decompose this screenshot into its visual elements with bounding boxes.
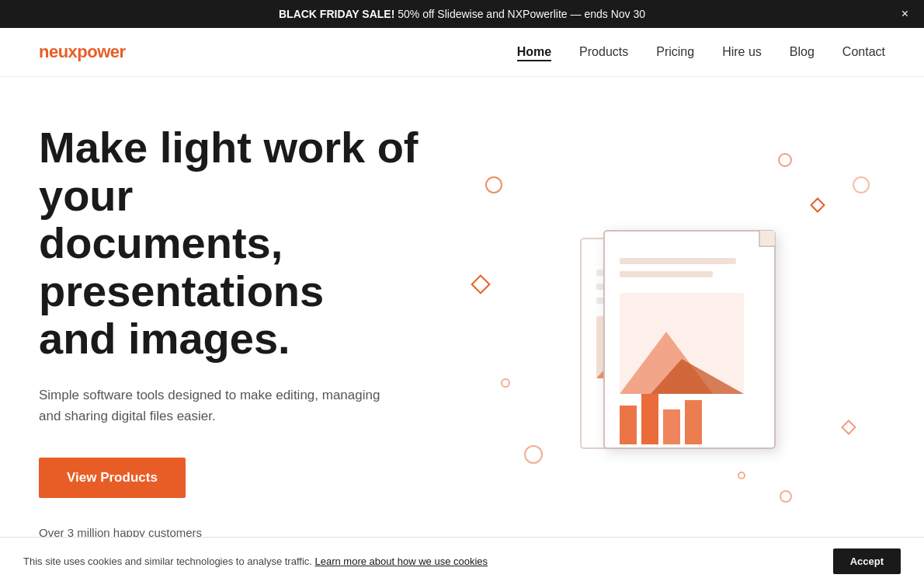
nav-menu: Home Products Pricing Hire us Blog Conta…: [517, 45, 885, 59]
hero-text-block: Make light work of your documents, prese…: [39, 124, 462, 539]
deco-circle-2: [778, 153, 792, 167]
documents-svg: [526, 176, 822, 487]
banner-sale-text: BLACK FRIDAY SALE!: [279, 8, 394, 20]
hero-title-line1: Make light work of your: [39, 123, 419, 220]
svg-rect-20: [663, 409, 680, 444]
cookie-main-text: This site uses cookies and similar techn…: [23, 555, 315, 567]
nav-link-blog[interactable]: Blog: [790, 45, 815, 58]
svg-rect-21: [685, 400, 702, 444]
view-products-button[interactable]: View Products: [39, 458, 186, 498]
deco-circle-7: [780, 490, 792, 503]
cookie-banner: This site uses cookies and similar techn…: [0, 537, 924, 570]
nav-link-contact[interactable]: Contact: [842, 45, 885, 58]
nav-link-hire[interactable]: Hire us: [722, 45, 762, 58]
nav-link-home[interactable]: Home: [517, 45, 551, 61]
svg-rect-19: [641, 394, 658, 444]
cookie-learn-more-link[interactable]: Learn more about how we use cookies: [315, 555, 488, 567]
banner-text: BLACK FRIDAY SALE! 50% off Slidewise and…: [279, 8, 645, 20]
deco-diamond-2: [471, 274, 490, 294]
nav-item-pricing[interactable]: Pricing: [656, 45, 694, 59]
deco-circle-3: [501, 378, 510, 388]
svg-rect-13: [620, 271, 713, 277]
hero-title: Make light work of your documents, prese…: [39, 124, 462, 363]
announcement-banner: BLACK FRIDAY SALE! 50% off Slidewise and…: [0, 0, 924, 28]
nav-item-hire[interactable]: Hire us: [722, 45, 762, 59]
hero-section: Make light work of your documents, prese…: [0, 77, 924, 570]
hero-title-line2: documents, presentations: [39, 218, 324, 315]
cookie-accept-button[interactable]: Accept: [833, 548, 901, 570]
site-logo[interactable]: neuxpower: [39, 42, 126, 62]
main-navbar: neuxpower Home Products Pricing Hire us …: [0, 28, 924, 77]
nav-item-contact[interactable]: Contact: [842, 45, 885, 59]
svg-rect-12: [620, 258, 736, 264]
nav-item-blog[interactable]: Blog: [790, 45, 815, 59]
svg-rect-18: [620, 406, 637, 444]
banner-close-button[interactable]: ×: [901, 8, 908, 20]
deco-circle-6: [853, 176, 870, 193]
nav-link-products[interactable]: Products: [579, 45, 628, 58]
hero-subtitle: Simple software tools designed to make e…: [39, 385, 396, 427]
nav-link-pricing[interactable]: Pricing: [656, 45, 694, 58]
nav-item-home[interactable]: Home: [517, 45, 551, 59]
deco-diamond-3: [841, 420, 856, 435]
logo-text: neux: [39, 42, 77, 61]
hero-title-line3: and images.: [39, 314, 290, 363]
hero-illustration: [462, 138, 885, 526]
deco-circle-1: [485, 176, 502, 193]
svg-marker-11: [759, 231, 775, 246]
nav-item-products[interactable]: Products: [579, 45, 628, 59]
banner-detail-text: 50% off Slidewise and NXPowerlite — ends…: [398, 8, 645, 20]
logo-accent: power: [77, 42, 125, 61]
cookie-text: This site uses cookies and similar techn…: [23, 555, 488, 567]
